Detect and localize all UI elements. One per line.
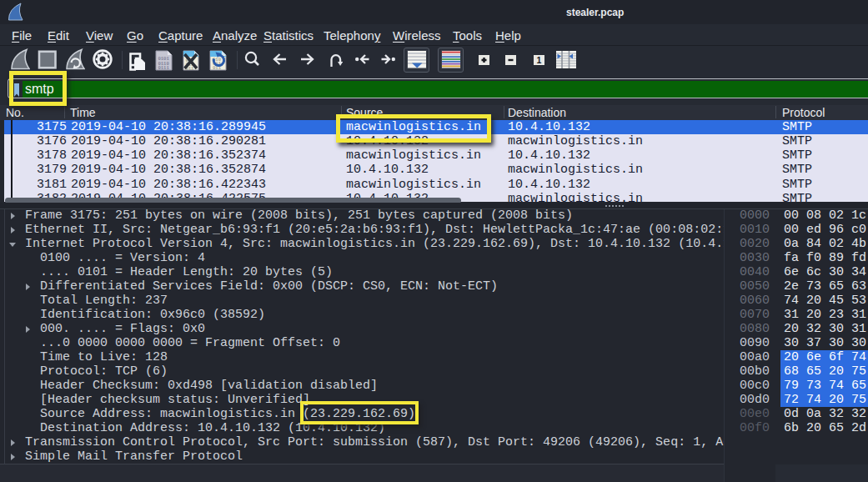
svg-text:1: 1 [537, 55, 542, 65]
svg-text:0111: 0111 [158, 65, 169, 71]
